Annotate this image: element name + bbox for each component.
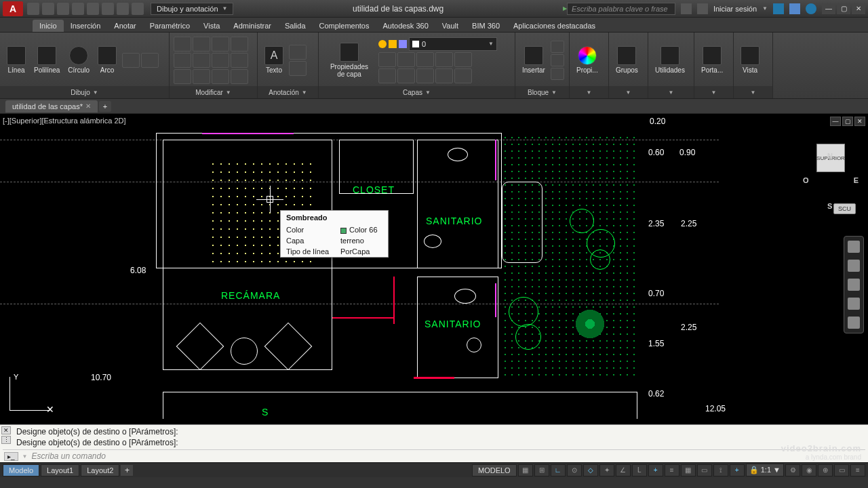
transparency-icon[interactable]: ▦ (681, 464, 696, 476)
table-icon[interactable] (289, 61, 307, 76)
chevron-down-icon[interactable]: ▼ (226, 89, 231, 96)
portapapeles-button[interactable]: Porta... (698, 45, 726, 75)
draw-tool-icon[interactable] (141, 53, 159, 68)
model-tab[interactable]: Modelo (3, 464, 39, 476)
infocenter-icon[interactable] (681, 3, 692, 14)
qp-icon[interactable]: ▭ (697, 464, 712, 476)
otrack-icon[interactable]: ∠ (616, 464, 631, 476)
close-icon[interactable]: ✕ (85, 102, 91, 110)
viewcube[interactable]: N S O E SUPERIOR (807, 134, 854, 195)
cmd-close-icon[interactable]: ✕ (1, 426, 11, 434)
tab-parametrico[interactable]: Paramétrico (143, 20, 197, 32)
chevron-down-icon[interactable]: ▼ (711, 89, 717, 96)
minimize-button[interactable]: — (822, 3, 835, 14)
ortho-icon[interactable]: ∟ (551, 464, 566, 476)
propiedades-button[interactable]: Propi... (574, 45, 601, 75)
lwt-icon[interactable]: ≡ (665, 464, 679, 476)
chevron-down-icon[interactable]: ▼ (302, 89, 307, 96)
tab-insercion[interactable]: Inserción (64, 20, 108, 32)
layer-tool-icon[interactable] (454, 52, 472, 67)
workspace-dropdown[interactable]: Dibujo y anotación ▼ (151, 3, 233, 15)
vp-maximize-icon[interactable]: ▢ (842, 117, 853, 126)
annomonitor-icon[interactable]: + (730, 464, 745, 476)
add-layout-button[interactable]: + (121, 465, 133, 476)
tab-aplicaciones[interactable]: Aplicaciones destacadas (507, 20, 602, 32)
tab-administrar[interactable]: Administrar (226, 20, 278, 32)
qat-save-icon[interactable] (57, 3, 69, 15)
tab-salida[interactable]: Salida (278, 20, 313, 32)
chevron-down-icon[interactable]: ▼ (93, 89, 98, 96)
viewport-label[interactable]: [-][Superior][Estructura alámbrica 2D] (3, 117, 126, 125)
gear-icon[interactable]: ⚙ (785, 464, 800, 476)
tab-anotar[interactable]: Anotar (107, 20, 142, 32)
dynucs-icon[interactable]: L (632, 464, 647, 476)
texto-button[interactable]: ATexto (262, 45, 286, 75)
orbit-icon[interactable] (848, 298, 860, 310)
help-icon[interactable] (806, 3, 816, 14)
tab-bim360[interactable]: BIM 360 (465, 20, 507, 32)
file-tab[interactable]: utilidad de las capas*✕ (5, 100, 98, 113)
vista-button[interactable]: Vista (738, 45, 762, 75)
dyn-icon[interactable]: + (648, 464, 663, 476)
layer-dropdown[interactable]: 0▼ (409, 37, 497, 51)
circulo-button[interactable]: Círculo (65, 45, 92, 75)
arco-button[interactable]: Arco (95, 45, 119, 75)
draw-tool-icon[interactable] (122, 53, 140, 68)
command-prompt-icon[interactable]: ▸_ (4, 452, 18, 461)
polar-icon[interactable]: ⊙ (567, 464, 582, 476)
layer-tool-icon[interactable] (397, 68, 415, 83)
scale-icon[interactable] (193, 69, 210, 84)
layer-tool-icon[interactable] (397, 52, 415, 67)
chevron-down-icon[interactable]: ▼ (626, 89, 631, 96)
chevron-down-icon[interactable]: ▼ (425, 89, 431, 96)
tab-autodesk360[interactable]: Autodesk 360 (376, 20, 435, 32)
signin-label[interactable]: Iniciar sesión (713, 5, 757, 13)
qat-undo-icon[interactable] (117, 3, 129, 15)
isolate-icon[interactable]: ◉ (802, 464, 816, 476)
layer-tool-icon[interactable] (416, 52, 434, 67)
explode-icon[interactable] (231, 53, 248, 68)
tab-complementos[interactable]: Complementos (313, 20, 376, 32)
command-line[interactable]: ✕ ⋮ Designe objeto(s) de destino o [PArá… (0, 424, 868, 462)
a360-icon[interactable] (789, 3, 800, 14)
fullnav-icon[interactable] (848, 241, 860, 253)
add-tab-button[interactable]: + (99, 101, 111, 112)
tab-inicio[interactable]: Inicio (33, 20, 64, 32)
chevron-down-icon[interactable]: ▼ (587, 89, 592, 96)
layer-tool-icon[interactable] (435, 68, 453, 83)
tab-vault[interactable]: Vault (435, 20, 465, 32)
vp-close-icon[interactable]: ✕ (854, 117, 865, 126)
qat-print-icon[interactable] (102, 3, 114, 15)
anno-scale[interactable]: 🔒 1:1 ▼ (746, 464, 784, 476)
mirror-icon[interactable] (193, 53, 210, 68)
layer-tool-icon[interactable] (454, 68, 472, 83)
showmotion-icon[interactable] (848, 317, 860, 329)
qat-new-icon[interactable] (27, 3, 39, 15)
stretch-icon[interactable] (174, 69, 191, 84)
chevron-down-icon[interactable]: ▼ (551, 89, 557, 96)
block-tool-icon[interactable] (551, 54, 564, 66)
chevron-down-icon[interactable]: ▼ (669, 89, 674, 96)
osnap-icon[interactable]: ◇ (583, 464, 598, 476)
sc-icon[interactable]: ⟟ (713, 464, 728, 476)
drawing-viewport[interactable]: [-][Superior][Estructura alámbrica 2D] —… (0, 114, 868, 424)
app-logo[interactable]: A (3, 1, 23, 16)
cmd-handle-icon[interactable]: ⋮ (1, 436, 11, 444)
dim-icon[interactable] (289, 45, 307, 60)
qat-open-icon[interactable] (42, 3, 54, 15)
layer-tool-icon[interactable] (378, 52, 396, 67)
vp-minimize-icon[interactable]: — (830, 117, 841, 126)
layer-props-button[interactable]: Propiedades de capa (323, 41, 376, 79)
snapmode-icon[interactable]: ⊞ (534, 464, 549, 476)
customize-icon[interactable]: ≡ (850, 464, 865, 476)
hardware-accel-icon[interactable]: ⊕ (818, 464, 833, 476)
pan-icon[interactable] (848, 260, 860, 272)
rotate-icon[interactable] (193, 37, 210, 52)
block-tool-icon[interactable] (551, 41, 564, 53)
chevron-down-icon[interactable]: ▼ (22, 453, 28, 460)
copy-icon[interactable] (174, 53, 191, 68)
linea-button[interactable]: Línea (4, 45, 28, 75)
qat-redo-icon[interactable] (132, 3, 144, 15)
layer-tool-icon[interactable] (416, 68, 434, 83)
layer-tool-icon[interactable] (435, 52, 453, 67)
